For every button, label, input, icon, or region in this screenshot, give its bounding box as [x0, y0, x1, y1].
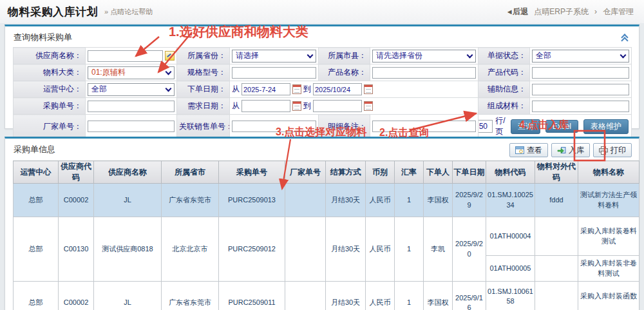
table-cell[interactable]: 采购入库封装卷料测试	[578, 217, 639, 256]
table-cell[interactable]: 月结30天	[326, 217, 366, 282]
table-cell[interactable]: JL	[94, 282, 162, 310]
field-label-op-center: 运营中心：	[14, 81, 86, 98]
breadcrumb-system[interactable]: 点晴ERP子系统	[534, 6, 589, 17]
status-select-value: 全部	[536, 50, 551, 61]
breadcrumb-module[interactable]: 仓库管理	[603, 6, 634, 17]
table-cell[interactable]: 李国权	[424, 184, 453, 217]
calendar-icon[interactable]	[364, 84, 373, 94]
product-name-input[interactable]	[372, 67, 476, 79]
table-cell[interactable]: 01.SMJ.1002534	[486, 184, 535, 217]
po-row[interactable]: 总部 C00002 JL 广东省东莞市 PURC2509011 月结30天 人民…	[14, 282, 639, 310]
table-cell[interactable]: 总部	[14, 282, 59, 310]
table-cell[interactable]	[285, 282, 326, 310]
spec-input[interactable]	[232, 67, 316, 79]
field-label-supplier: 供应商名称：	[14, 48, 86, 64]
table-cell[interactable]: C00130	[59, 217, 94, 282]
po-row-selected[interactable]: 总部 C00002 JL 广东省东莞市 PURC2509013 月结30天 人民…	[14, 184, 639, 217]
table-cell[interactable]	[535, 282, 578, 310]
city-select[interactable]: 请先选择省份	[372, 50, 476, 63]
print-button[interactable]: 打印	[593, 143, 632, 157]
breadcrumb-separator: ›	[594, 7, 597, 16]
table-cell[interactable]: 01.SMJ.1006158	[486, 282, 535, 310]
table-cell[interactable]: fddd	[535, 184, 578, 217]
picker-icon[interactable]	[165, 51, 175, 61]
table-cell[interactable]: JL	[94, 184, 162, 217]
po-row[interactable]: 总部 C00130 测试供应商0818 北京北京市 PURC2509012 月结…	[14, 217, 639, 256]
table-cell[interactable]: 北京北京市	[162, 217, 219, 282]
back-link[interactable]: ◀后退	[507, 6, 528, 17]
rows-per-page-input[interactable]	[478, 120, 493, 133]
table-cell[interactable]: C00002	[59, 282, 94, 310]
table-cell[interactable]: 广东省东莞市	[162, 184, 219, 217]
demand-date-from-input[interactable]	[242, 100, 290, 112]
calendar-icon[interactable]	[292, 84, 301, 94]
table-cell[interactable]: 采购入库封装非卷料测试	[578, 256, 639, 282]
table-cell[interactable]: 总部	[14, 184, 59, 217]
col-province-city: 所属省市	[162, 161, 219, 184]
table-cell[interactable]: 总部	[14, 217, 59, 282]
aux-info-input[interactable]	[532, 84, 629, 95]
factory-no-input[interactable]	[88, 121, 175, 132]
table-cell[interactable]: 01ATH00005	[486, 256, 535, 282]
material-input[interactable]	[532, 101, 629, 112]
table-cell[interactable]: 1	[395, 282, 424, 310]
table-cell[interactable]	[535, 256, 578, 282]
table-cell[interactable]: 月结30天	[326, 282, 366, 310]
op-center-select[interactable]: 全部	[88, 83, 175, 96]
product-code-input[interactable]	[532, 67, 629, 79]
table-cell[interactable]	[285, 184, 326, 217]
table-cell[interactable]: 采购入库封装函数	[578, 282, 639, 310]
annotation-step3: 3.点击选择对应物料	[276, 126, 366, 139]
province-select[interactable]: 请选择	[232, 50, 316, 63]
col-material-name: 物料名称	[578, 161, 639, 184]
table-cell[interactable]: 月结30天	[326, 184, 366, 217]
collapse-icon[interactable]	[622, 35, 627, 43]
field-label-demand-date: 需求日期：	[177, 98, 230, 115]
view-button[interactable]: 查看	[509, 143, 548, 157]
table-cell[interactable]: 2025/9/16	[453, 282, 486, 310]
table-cell[interactable]: 人民币	[366, 282, 395, 310]
order-date-from-input[interactable]	[242, 83, 290, 95]
field-label-sales-no: 关联销售单号：	[177, 115, 230, 139]
field-label-status: 单据状态：	[478, 48, 530, 64]
table-cell[interactable]: PURC2509013	[219, 184, 285, 217]
col-material-ext-code: 物料对外代码	[535, 161, 578, 184]
status-select[interactable]: 全部	[532, 50, 629, 63]
table-cell[interactable]: C00002	[59, 184, 94, 217]
table-cell[interactable]: 广东省东莞市	[162, 282, 219, 310]
order-date-to-input[interactable]	[313, 83, 362, 95]
table-maintain-button[interactable]: 表格维护	[583, 119, 629, 134]
demand-date-to-input[interactable]	[313, 100, 362, 112]
from-label: 从	[232, 101, 240, 111]
table-cell[interactable]: 人民币	[366, 217, 395, 282]
po-no-input[interactable]	[88, 101, 175, 112]
table-cell[interactable]: 测试供应商0818	[94, 217, 162, 282]
from-label: 从	[232, 84, 240, 95]
supplier-name-input[interactable]	[88, 50, 163, 62]
material-category-select[interactable]: 01:原辅料	[88, 66, 175, 79]
to-label: 到	[303, 101, 311, 111]
forum-help-link[interactable]: » 点晴论坛帮助	[104, 7, 153, 17]
back-icon: ◀	[507, 9, 511, 15]
table-cell[interactable]: PURC2509011	[219, 282, 285, 310]
table-cell[interactable]: 1	[395, 217, 424, 282]
table-cell[interactable]: 1	[395, 184, 424, 217]
table-cell[interactable]: 2025/9/20	[453, 217, 486, 282]
calendar-icon[interactable]	[364, 101, 373, 111]
table-cell[interactable]	[285, 217, 326, 282]
table-cell[interactable]	[535, 217, 578, 256]
table-cell[interactable]: 李国权	[424, 282, 453, 310]
table-cell[interactable]: 人民币	[366, 184, 395, 217]
calendar-icon[interactable]	[292, 101, 301, 111]
page-title: 物料采购入库计划	[8, 5, 98, 19]
table-cell[interactable]: 01ATH00004	[486, 217, 535, 256]
table-cell[interactable]: 测试新方法生产领料卷料	[578, 184, 639, 217]
inbound-button[interactable]: 入库	[551, 143, 590, 157]
po-toolbar: 查看 入库 打印	[509, 143, 632, 157]
table-cell[interactable]: 李凯	[424, 217, 453, 282]
po-table: 运营中心 供应商代码 供应商名称 所属省市 采购单号 厂家单号 结算方式 币别 …	[13, 160, 639, 310]
col-settlement: 结算方式	[326, 161, 366, 184]
back-label: 后退	[513, 6, 528, 17]
table-cell[interactable]: PURC2509012	[219, 217, 285, 282]
table-cell[interactable]: 2025/9/29	[453, 184, 486, 217]
